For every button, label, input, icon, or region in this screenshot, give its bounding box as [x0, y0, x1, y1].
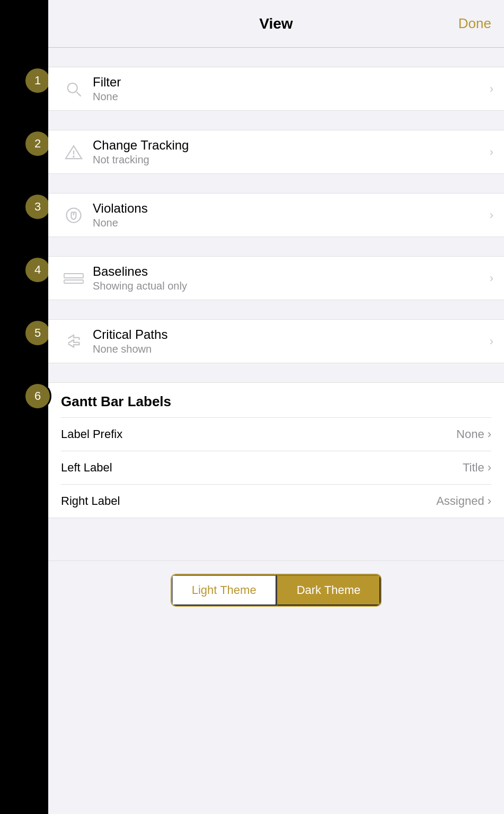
theme-switcher-section: Light Theme Dark Theme	[48, 561, 504, 619]
change-tracking-row-wrapper: 2 Change Tracking Not tracking ›	[48, 130, 504, 174]
spacer-6	[48, 363, 504, 382]
label-prefix-value: None ›	[456, 427, 491, 441]
right-label-chevron: ›	[488, 494, 491, 508]
dark-theme-button[interactable]: Dark Theme	[277, 575, 381, 606]
gantt-section-wrapper: 6 Gantt Bar Labels Label Prefix None › L…	[48, 382, 504, 518]
violations-title: Violations	[93, 201, 484, 216]
label-prefix-label: Label Prefix	[61, 427, 122, 441]
change-tracking-subtitle: Not tracking	[93, 154, 484, 166]
view-header: View Done	[48, 0, 504, 48]
spacer-2	[48, 111, 504, 130]
theme-toggle: Light Theme Dark Theme	[171, 574, 382, 607]
spacer-1	[48, 48, 504, 67]
violations-chevron: ›	[490, 208, 493, 222]
gantt-bar-labels-section: Gantt Bar Labels Label Prefix None › Lef…	[48, 382, 504, 518]
right-label-value: Assigned ›	[436, 494, 491, 508]
left-label-value: Title ›	[463, 461, 491, 475]
left-label-chevron: ›	[488, 461, 491, 475]
violations-icon	[59, 206, 89, 225]
svg-line-1	[76, 92, 81, 96]
bottom-spacer	[48, 518, 504, 561]
filter-row[interactable]: Filter None ›	[48, 67, 504, 111]
filter-subtitle: None	[93, 91, 484, 103]
critical-paths-subtitle: None shown	[93, 343, 484, 355]
change-tracking-icon	[59, 143, 89, 162]
badge-6: 6	[24, 382, 51, 410]
svg-point-0	[68, 83, 77, 92]
change-tracking-row[interactable]: Change Tracking Not tracking ›	[48, 130, 504, 174]
badge-2: 2	[24, 130, 51, 157]
done-button[interactable]: Done	[458, 15, 491, 32]
baselines-chevron: ›	[490, 272, 493, 285]
badge-1: 1	[24, 67, 51, 94]
baselines-title: Baselines	[93, 264, 484, 279]
badge-5: 5	[24, 319, 51, 347]
critical-paths-chevron: ›	[490, 335, 493, 348]
label-prefix-chevron: ›	[488, 427, 491, 441]
header-title: View	[259, 15, 293, 32]
light-theme-button[interactable]: Light Theme	[172, 575, 277, 606]
baselines-subtitle: Showing actual only	[93, 280, 484, 292]
critical-paths-row-wrapper: 5 Critical Paths None shown ›	[48, 319, 504, 363]
left-label-label: Left Label	[61, 461, 112, 475]
badge-4: 4	[24, 256, 51, 284]
svg-rect-6	[64, 280, 83, 283]
badge-3: 3	[24, 193, 51, 221]
critical-paths-icon	[59, 332, 89, 351]
spacer-5	[48, 300, 504, 319]
filter-row-wrapper: 1 Filter None ›	[48, 67, 504, 111]
baselines-row-wrapper: 4 Baselines Showing actual only ›	[48, 256, 504, 300]
left-label-row[interactable]: Left Label Title ›	[61, 451, 491, 484]
critical-paths-row[interactable]: Critical Paths None shown ›	[48, 319, 504, 363]
label-prefix-row[interactable]: Label Prefix None ›	[61, 417, 491, 451]
critical-paths-title: Critical Paths	[93, 327, 484, 342]
change-tracking-title: Change Tracking	[93, 138, 484, 153]
right-label-row[interactable]: Right Label Assigned ›	[61, 484, 491, 518]
baselines-icon	[59, 270, 89, 287]
filter-title: Filter	[93, 75, 484, 90]
spacer-3	[48, 174, 504, 193]
gantt-section-header: Gantt Bar Labels	[61, 393, 491, 417]
filter-chevron: ›	[490, 82, 493, 96]
spacer-4	[48, 237, 504, 256]
filter-icon	[59, 80, 89, 99]
svg-rect-5	[64, 274, 83, 278]
violations-row-wrapper: 3 Violations None ›	[48, 193, 504, 237]
change-tracking-chevron: ›	[490, 145, 493, 159]
violations-row[interactable]: Violations None ›	[48, 193, 504, 237]
svg-point-3	[73, 156, 74, 157]
right-label-label: Right Label	[61, 494, 120, 508]
baselines-row[interactable]: Baselines Showing actual only ›	[48, 256, 504, 300]
violations-subtitle: None	[93, 217, 484, 229]
